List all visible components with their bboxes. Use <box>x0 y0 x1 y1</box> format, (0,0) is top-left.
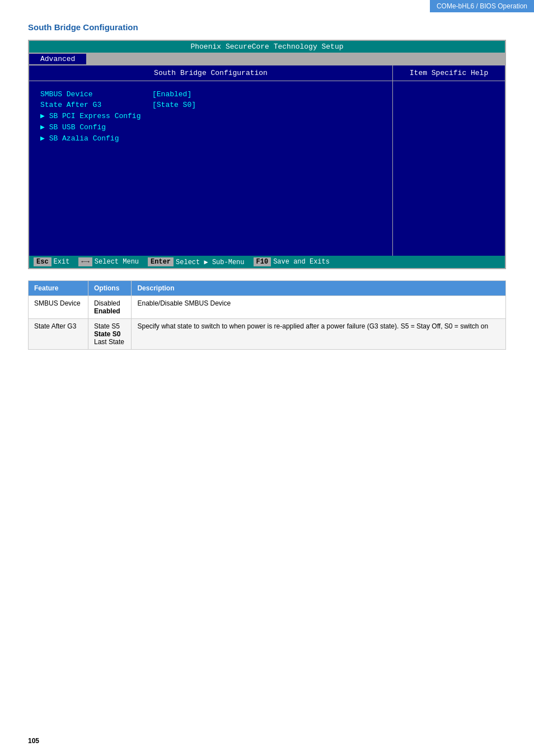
bios-screen: Phoenix SecureCore Technology Setup Adva… <box>28 40 506 269</box>
cell-desc-smbus: Enable/Disable SMBUS Device <box>132 296 506 319</box>
option-enabled: Enabled <box>94 307 125 315</box>
col-options: Options <box>88 281 132 296</box>
bios-item-smbus[interactable]: SMBUS Device [Enabled] <box>40 90 381 98</box>
bios-item-smbus-label: SMBUS Device <box>40 90 152 98</box>
bios-item-smbus-value: [Enabled] <box>152 90 191 98</box>
bios-status-bar: Esc Exit ←→ Select Menu Enter Select ▶ S… <box>29 256 505 268</box>
col-description: Description <box>132 281 506 296</box>
option-s5: State S5 <box>94 322 125 330</box>
cell-desc-state: Specify what state to switch to when pow… <box>132 319 506 350</box>
bios-help-panel: Item Specific Help <box>393 65 505 256</box>
bios-main-panel: South Bridge Configuration SMBUS Device … <box>29 65 393 256</box>
bios-item-state-g3-value: [State S0] <box>152 101 196 109</box>
bios-menu-advanced[interactable]: Advanced <box>29 54 86 64</box>
bios-item-pci-label: ▶ SB PCI Express Config <box>40 111 152 120</box>
table-header-row: Feature Options Description <box>29 281 506 296</box>
cell-options-smbus: Disabled Enabled <box>88 296 132 319</box>
table-row: State After G3 State S5 State S0 Last St… <box>29 319 506 350</box>
bios-items: SMBUS Device [Enabled] State After G3 [S… <box>29 81 392 154</box>
status-key-esc: Esc <box>34 257 51 266</box>
bios-item-usb-label: ▶ SB USB Config <box>40 123 152 132</box>
feature-table: Feature Options Description SMBUS Device… <box>28 280 506 350</box>
bios-main-panel-title: South Bridge Configuration <box>29 65 392 81</box>
bios-item-state-g3[interactable]: State After G3 [State S0] <box>40 101 381 109</box>
cell-feature-smbus: SMBUS Device <box>29 296 88 319</box>
page-number: 105 <box>28 737 39 745</box>
bios-item-usb[interactable]: ▶ SB USB Config <box>40 123 381 132</box>
section-title: South Bridge Configuration <box>28 22 506 32</box>
option-s0: State S0 <box>94 330 125 338</box>
cell-options-state: State S5 State S0 Last State <box>88 319 132 350</box>
cell-feature-state: State After G3 <box>29 319 88 350</box>
bios-title-bar: Phoenix SecureCore Technology Setup <box>29 41 505 53</box>
option-disabled: Disabled <box>94 299 125 307</box>
top-label: COMe-bHL6 / BIOS Operation <box>430 0 534 12</box>
table-row: SMBUS Device Disabled Enabled Enable/Dis… <box>29 296 506 319</box>
bios-help-panel-title: Item Specific Help <box>393 65 505 81</box>
status-text-exit: Exit <box>54 258 70 266</box>
status-key-arrows: ←→ <box>78 257 92 266</box>
option-last-state: Last State <box>94 338 125 346</box>
col-feature: Feature <box>29 281 88 296</box>
status-text-save: Save and Exits <box>273 258 330 266</box>
bios-item-pci[interactable]: ▶ SB PCI Express Config <box>40 111 381 120</box>
bios-body: South Bridge Configuration SMBUS Device … <box>29 65 505 256</box>
status-key-f10: F10 <box>254 257 271 266</box>
status-key-enter: Enter <box>148 257 174 266</box>
bios-item-state-g3-label: State After G3 <box>40 101 152 109</box>
status-text-select-menu: Select Menu <box>95 258 139 266</box>
bios-item-azalia[interactable]: ▶ SB Azalia Config <box>40 134 381 143</box>
status-text-select-submenu: Select ▶ Sub-Menu <box>176 258 244 266</box>
bios-menu-bar: Advanced <box>29 53 505 65</box>
bios-item-azalia-label: ▶ SB Azalia Config <box>40 134 152 143</box>
